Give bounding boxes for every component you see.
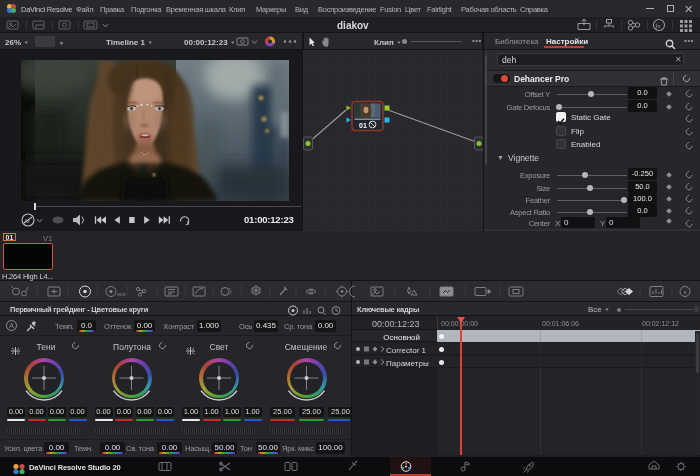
svg-text:HDR: HDR — [117, 292, 126, 297]
svg-text:fx: fx — [25, 218, 30, 224]
svg-text:fx: fx — [656, 22, 662, 30]
